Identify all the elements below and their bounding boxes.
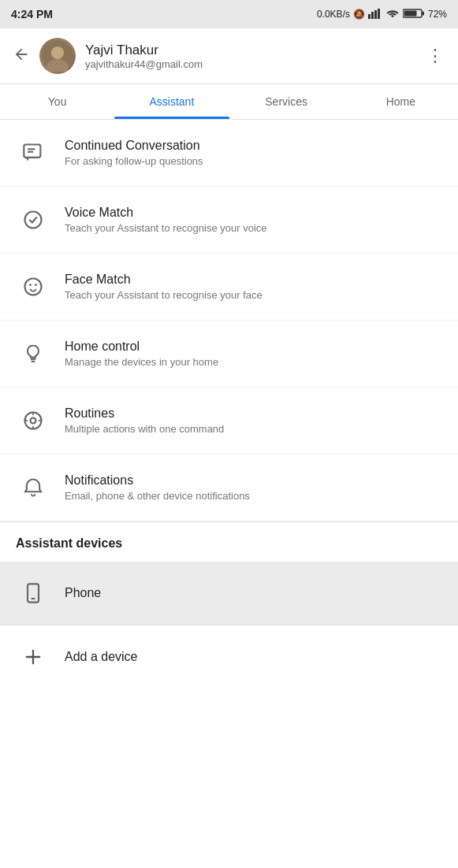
continued-conversation-subtitle: For asking follow-up questions <box>65 155 203 167</box>
tab-you[interactable]: You <box>0 84 114 119</box>
tab-home[interactable]: Home <box>344 84 458 119</box>
notifications-title: Notifications <box>65 473 250 488</box>
wifi-icon <box>385 8 400 21</box>
svg-rect-12 <box>24 145 40 158</box>
tabs-bar: You Assistant Services Home <box>0 84 458 120</box>
notifications-subtitle: Email, phone & other device notification… <box>65 490 250 502</box>
avatar <box>39 38 76 74</box>
svg-rect-6 <box>404 10 416 16</box>
voice-match-title: Voice Match <box>65 206 267 220</box>
home-control-subtitle: Manage the devices in your home <box>65 356 218 368</box>
svg-point-17 <box>29 284 32 286</box>
lightbulb-icon <box>16 336 50 371</box>
add-device-item[interactable]: Add a device <box>0 625 458 688</box>
continued-conversation-text: Continued Conversation For asking follow… <box>65 139 203 167</box>
svg-rect-3 <box>378 9 380 19</box>
chat-icon <box>16 135 50 170</box>
svg-point-16 <box>25 279 42 295</box>
header: Yajvi Thakur yajvithakur44@gmail.com ⋮ <box>0 28 458 84</box>
assistant-devices-title: Assistant devices <box>16 536 122 550</box>
device-item-phone[interactable]: Phone <box>0 562 458 625</box>
routines-title: Routines <box>65 406 224 421</box>
face-match-subtitle: Teach your Assistant to recognise your f… <box>65 289 263 301</box>
home-control-text: Home control Manage the devices in your … <box>65 339 218 368</box>
svg-rect-5 <box>422 11 424 15</box>
list-item-routines[interactable]: Routines Multiple actions with one comma… <box>0 388 458 454</box>
back-button[interactable] <box>13 46 30 67</box>
svg-rect-27 <box>28 584 39 602</box>
routines-subtitle: Multiple actions with one command <box>65 423 224 435</box>
svg-point-22 <box>31 418 36 424</box>
user-email: yajvithakur44@gmail.com <box>85 58 203 70</box>
phone-label: Phone <box>65 586 101 600</box>
face-icon <box>16 269 50 304</box>
face-match-title: Face Match <box>65 273 263 287</box>
continued-conversation-title: Continued Conversation <box>65 139 203 153</box>
more-options-button[interactable]: ⋮ <box>426 46 445 66</box>
user-info: Yajvi Thakur yajvithakur44@gmail.com <box>85 43 203 70</box>
routines-text: Routines Multiple actions with one comma… <box>65 406 224 435</box>
assistant-devices-section-header: Assistant devices <box>0 522 458 562</box>
svg-rect-2 <box>374 10 377 19</box>
tab-assistant[interactable]: Assistant <box>114 84 229 119</box>
notifications-text: Notifications Email, phone & other devic… <box>65 473 250 502</box>
status-bar: 4:24 PM 0.0KB/s 🔕 72% <box>0 0 458 28</box>
list-item-home-control[interactable]: Home control Manage the devices in your … <box>0 321 458 388</box>
svg-point-15 <box>25 212 42 228</box>
header-left: Yajvi Thakur yajvithakur44@gmail.com <box>13 38 203 74</box>
list-item-continued-conversation[interactable]: Continued Conversation For asking follow… <box>0 120 458 187</box>
add-icon <box>16 640 50 674</box>
svg-point-8 <box>51 46 64 59</box>
tab-services[interactable]: Services <box>229 84 344 119</box>
alarm-icon: 🔕 <box>353 9 365 20</box>
routines-icon <box>16 403 50 438</box>
signal-icons <box>368 8 382 21</box>
voice-match-subtitle: Teach your Assistant to recognise your v… <box>65 222 267 234</box>
list-item-notifications[interactable]: Notifications Email, phone & other devic… <box>0 454 458 521</box>
face-match-text: Face Match Teach your Assistant to recog… <box>65 273 263 301</box>
list-item-voice-match[interactable]: Voice Match Teach your Assistant to reco… <box>0 187 458 254</box>
user-name: Yajvi Thakur <box>85 43 203 58</box>
network-speed: 0.0KB/s <box>317 9 350 20</box>
add-device-label: Add a device <box>65 650 138 664</box>
status-time: 4:24 PM <box>11 8 53 20</box>
list-item-face-match[interactable]: Face Match Teach your Assistant to recog… <box>0 254 458 321</box>
status-icons: 0.0KB/s 🔕 72% <box>317 8 447 21</box>
voice-match-text: Voice Match Teach your Assistant to reco… <box>65 206 267 234</box>
phone-icon <box>16 576 50 610</box>
check-circle-icon <box>16 202 50 237</box>
svg-rect-1 <box>371 12 374 19</box>
svg-rect-0 <box>368 14 370 19</box>
home-control-title: Home control <box>65 339 218 354</box>
bell-icon <box>16 470 50 505</box>
avatar-image <box>39 38 76 74</box>
battery-percent: 72% <box>428 9 447 20</box>
battery-icon <box>403 8 425 21</box>
svg-point-18 <box>35 284 37 286</box>
